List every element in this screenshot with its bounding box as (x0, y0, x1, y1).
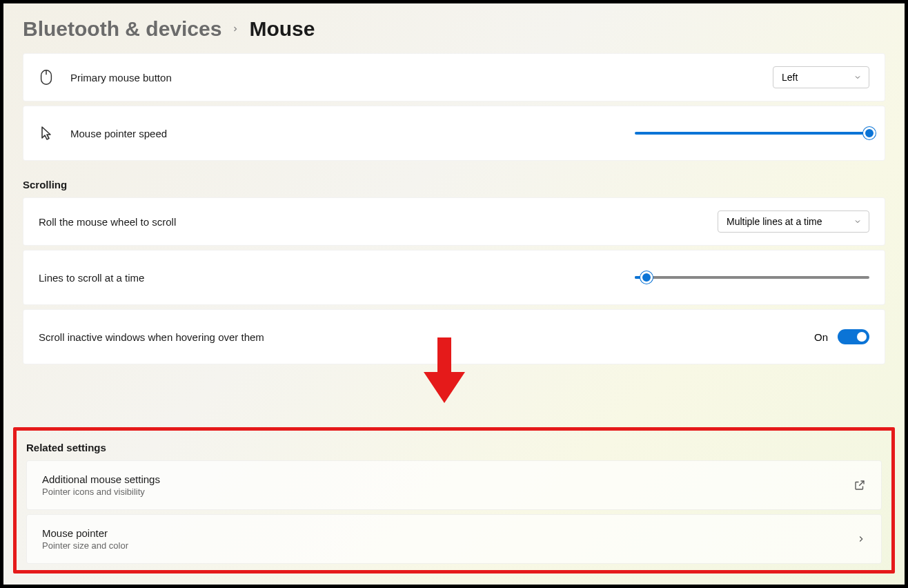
dropdown-value: Multiple lines at a time (727, 216, 822, 227)
chevron-down-icon (853, 217, 862, 226)
setting-label: Primary mouse button (70, 72, 172, 84)
section-heading-scrolling: Scrolling (23, 179, 885, 190)
breadcrumb-parent[interactable]: Bluetooth & devices (23, 17, 221, 41)
setting-scroll-mode: Roll the mouse wheel to scroll Multiple … (23, 197, 885, 246)
chevron-right-icon (856, 534, 866, 544)
slider-thumb[interactable] (640, 271, 653, 284)
chevron-down-icon (853, 73, 862, 81)
toggle-state-label: On (814, 331, 828, 343)
setting-pointer-speed: Mouse pointer speed (23, 106, 885, 161)
setting-label: Lines to scroll at a time (39, 272, 144, 284)
link-additional-mouse-settings[interactable]: Additional mouse settings Pointer icons … (26, 460, 882, 510)
link-title: Mouse pointer (42, 527, 128, 539)
breadcrumb-current: Mouse (249, 17, 315, 41)
setting-label: Mouse pointer speed (70, 128, 167, 139)
scroll-inactive-toggle[interactable] (838, 329, 869, 344)
link-subtitle: Pointer icons and visibility (42, 487, 160, 497)
primary-button-dropdown[interactable]: Left (773, 66, 869, 88)
setting-scroll-inactive: Scroll inactive windows when hovering ov… (23, 309, 885, 364)
dropdown-value: Left (782, 72, 798, 83)
section-heading-related: Related settings (26, 442, 882, 453)
setting-primary-mouse-button: Primary mouse button Left (23, 53, 885, 101)
setting-label: Scroll inactive windows when hovering ov… (39, 331, 264, 343)
mouse-icon (39, 70, 54, 85)
setting-label: Roll the mouse wheel to scroll (39, 216, 176, 228)
link-subtitle: Pointer size and color (42, 540, 128, 551)
chevron-right-icon (231, 25, 239, 33)
link-title: Additional mouse settings (42, 473, 160, 485)
scroll-mode-dropdown[interactable]: Multiple lines at a time (718, 210, 869, 233)
setting-lines-to-scroll: Lines to scroll at a time (23, 250, 885, 305)
slider-thumb[interactable] (863, 127, 876, 139)
annotation-highlight-box: Related settings Additional mouse settin… (13, 427, 895, 574)
toggle-knob (857, 332, 867, 342)
breadcrumb: Bluetooth & devices Mouse (23, 17, 885, 41)
link-mouse-pointer[interactable]: Mouse pointer Pointer size and color (26, 514, 882, 564)
open-external-icon (853, 479, 866, 491)
lines-to-scroll-slider[interactable] (635, 276, 869, 279)
pointer-speed-slider[interactable] (635, 132, 869, 135)
cursor-icon (39, 126, 54, 141)
